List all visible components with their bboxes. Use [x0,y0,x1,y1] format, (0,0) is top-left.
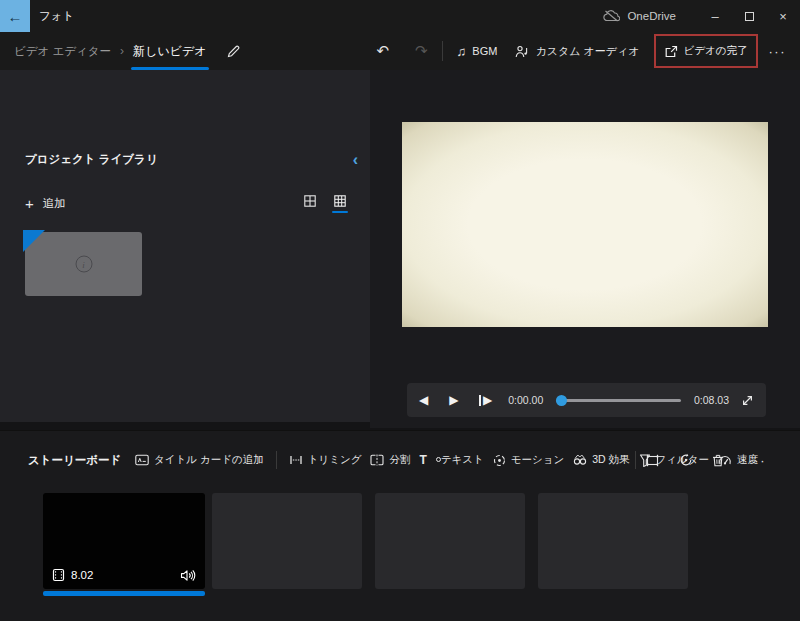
seek-knob[interactable] [556,395,567,406]
export-share-icon [664,45,678,58]
button-label: モーション [511,453,564,467]
seek-slider[interactable] [556,393,681,407]
previous-frame-button[interactable]: ◀ [419,393,428,407]
plus-icon: + [25,195,34,212]
clip-duration: 8.02 [71,569,93,581]
motion-button[interactable]: モーション [493,453,564,467]
frame-bar [479,395,481,406]
storyboard-toolbar: ストーリーボード タイトル カードの追加 トリミング [0,443,800,477]
library-actions-row: + 追加 [25,193,348,213]
finish-video-label: ビデオの完了 [684,44,748,58]
grid-3x3-icon [334,195,346,207]
selected-corner-fold [23,230,45,252]
large-grid-view-button[interactable] [302,193,318,213]
clip-volume-button[interactable] [180,569,196,582]
3d-effects-button[interactable]: 3D 効果 [573,453,629,467]
playback-controls: ◀ ▶ ▶ 0:00.00 0:08.03 [407,383,766,417]
button-label: 分割 [389,453,410,467]
storyboard-empty-slot[interactable] [375,493,525,589]
redo-button[interactable]: ↷ [415,42,428,60]
title-card-icon [135,454,149,466]
custom-audio-button[interactable]: カスタム オーディオ [515,44,639,59]
person-audio-icon [515,45,529,58]
resize-frame-button[interactable] [645,454,660,467]
storyboard-section: ストーリーボード タイトル カードの追加 トリミング [0,430,800,621]
rotate-button[interactable] [679,453,693,467]
clip-info-bar: 8.02 [52,568,196,582]
title-bar-right: OneDrive – × [603,0,800,32]
add-label: 追加 [43,196,66,211]
rotate-icon [679,453,693,467]
photos-app-window: ← フォト OneDrive – × ビデオ エディター › 新しいビデオ [0,0,800,621]
add-media-button[interactable]: + 追加 [25,195,66,212]
onedrive-status[interactable]: OneDrive [603,10,676,22]
text-button[interactable]: T テキスト [419,453,483,467]
undo-button[interactable]: ↶ [376,42,389,60]
trim-button[interactable]: トリミング [289,453,362,467]
next-frame-button[interactable]: ▶ [479,393,492,407]
3d-effects-icon [573,454,587,466]
split-icon [370,454,384,466]
breadcrumb[interactable]: ビデオ エディター [14,44,111,59]
add-title-card-button[interactable]: タイトル カードの追加 [135,453,264,467]
finish-video-button[interactable]: ビデオの完了 [654,34,758,68]
project-title-tab[interactable]: 新しいビデオ [133,43,206,60]
seek-track [556,399,681,402]
library-media-thumbnail[interactable]: i [25,232,142,296]
trash-icon [712,454,724,467]
trim-icon [289,454,303,466]
step-back-icon: ◀ [419,393,428,407]
minimize-button[interactable]: – [698,0,732,32]
library-title: プロジェクト ライブラリ [25,152,158,167]
storyboard-clip[interactable]: 8.02 [43,493,205,589]
maximize-button[interactable] [732,0,766,32]
project-title: 新しいビデオ [133,44,206,58]
redo-icon: ↷ [415,42,428,60]
button-label: テキスト [441,453,484,467]
video-preview-canvas[interactable] [402,122,768,327]
command-bar-actions: ↶ ↷ ♫ BGM カスタム オーディオ ビデオの完了 ··· [376,34,792,68]
delete-button[interactable] [712,454,724,467]
storyboard-title: ストーリーボード [28,453,135,468]
maximize-icon [745,12,754,21]
bgm-label: BGM [472,45,497,57]
fullscreen-button[interactable] [741,394,754,407]
step-forward-icon: ▶ [483,393,492,407]
current-time: 0:00.00 [508,394,543,406]
storyboard-more-button[interactable]: ··· [743,453,773,468]
close-button[interactable]: × [766,0,800,32]
small-grid-view-button[interactable] [332,193,348,213]
play-icon: ▶ [449,393,458,407]
see-more-button[interactable]: ··· [763,44,793,59]
play-button[interactable]: ▶ [449,393,458,407]
total-time: 0:08.03 [694,394,729,406]
toolbar-divider [442,41,443,61]
title-bar: ← フォト OneDrive – × [0,0,800,32]
storyboard-empty-slot[interactable] [538,493,688,589]
collapse-panel-button[interactable]: ‹ [353,155,358,165]
text-tool-icon: T [419,455,426,465]
more-dots-icon: ··· [749,453,767,468]
film-clip-icon [52,568,65,582]
onedrive-cloud-icon [603,10,620,22]
music-note-icon: ♫ [457,44,467,59]
storyboard-empty-slot[interactable] [212,493,362,589]
back-button[interactable]: ← [0,0,30,32]
button-label: トリミング [308,453,362,467]
app-title: フォト [39,9,74,24]
button-label: タイトル カードの追加 [154,453,264,467]
storyboard-right-actions: ··· [645,453,773,468]
chevron-left-icon: ‹ [353,151,358,168]
grid-2x2-icon [304,195,316,207]
command-bar: ビデオ エディター › 新しいビデオ ↶ ↷ ♫ BGM カスタム オーディオ [0,32,800,70]
back-arrow-icon: ← [8,8,23,25]
close-icon: × [779,9,787,24]
custom-audio-label: カスタム オーディオ [535,44,639,59]
library-header: プロジェクト ライブラリ ‹ [25,152,358,167]
project-library-panel: プロジェクト ライブラリ ‹ + 追加 [0,70,370,422]
bgm-button[interactable]: ♫ BGM [457,44,498,59]
rename-project-button[interactable] [227,45,240,58]
split-button[interactable]: 分割 [370,453,410,467]
frame-crop-icon [645,454,660,467]
undo-icon: ↶ [376,42,389,60]
